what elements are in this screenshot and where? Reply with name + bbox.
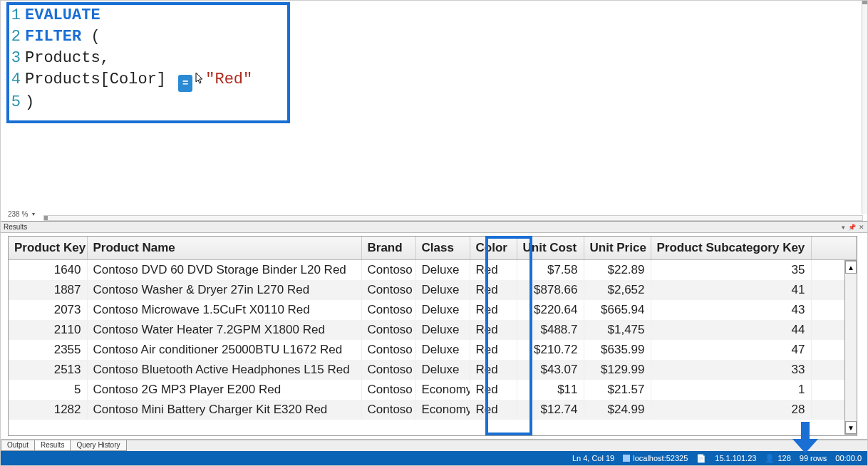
code-content[interactable]: Products[Color] "Red" (25, 69, 252, 92)
cell-name[interactable]: Contoso Bluetooth Active Headphones L15 … (87, 360, 361, 380)
cell-uprice[interactable]: $129.99 (584, 360, 651, 380)
cell-uprice[interactable]: $21.57 (584, 380, 651, 400)
code-line[interactable]: 2FILTER ( (1, 26, 867, 48)
col-header-subcat-key[interactable]: Product Subcategory Key (651, 237, 811, 260)
scroll-thumb[interactable] (44, 216, 48, 220)
dax-editor-pane[interactable]: 1EVALUATE2FILTER (3 Products,4 Products[… (1, 1, 867, 222)
cell-name[interactable]: Contoso DVD 60 DVD Storage Binder L20 Re… (87, 260, 361, 281)
cell-key[interactable]: 2513 (9, 360, 87, 380)
cell-subk[interactable]: 35 (651, 260, 811, 281)
cell-uprice[interactable]: $22.89 (584, 260, 651, 281)
code-line[interactable]: 3 Products, (1, 48, 867, 69)
col-header-unit-price[interactable]: Unit Price (584, 237, 651, 260)
cell-brand[interactable]: Contoso (361, 380, 415, 400)
col-header-class[interactable]: Class (415, 237, 470, 260)
scroll-thumb[interactable] (862, 1, 867, 4)
cell-key[interactable]: 2355 (9, 340, 87, 360)
dropdown-icon[interactable]: ▾ (842, 224, 845, 231)
code-content[interactable]: Products, (25, 48, 110, 69)
close-icon[interactable]: ✕ (859, 224, 864, 231)
col-header-color[interactable]: Color (470, 237, 517, 260)
cell-name[interactable]: Contoso Mini Battery Charger Kit E320 Re… (87, 400, 361, 420)
status-doc[interactable]: 📄 (696, 454, 706, 463)
cell-ucost[interactable]: $210.72 (517, 340, 584, 360)
cell-ucost[interactable]: $488.7 (517, 320, 584, 340)
cell-key[interactable]: 2073 (9, 300, 87, 320)
cell-brand[interactable]: Contoso (361, 400, 415, 420)
cell-subk[interactable]: 33 (651, 360, 811, 380)
table-row[interactable]: 1887Contoso Washer & Dryer 27in L270 Red… (9, 280, 857, 300)
results-grid[interactable]: Product Key Product Name Brand Class Col… (9, 237, 857, 420)
table-row[interactable]: 2073Contoso Microwave 1.5CuFt X0110 RedC… (9, 300, 857, 320)
results-panel-titlebar[interactable]: Results ▾ 📌 ✕ (1, 222, 867, 233)
table-row[interactable]: 1640Contoso DVD 60 DVD Storage Binder L2… (9, 260, 857, 281)
cell-brand[interactable]: Contoso (361, 260, 415, 281)
cell-ucost[interactable]: $11 (517, 380, 584, 400)
table-row[interactable]: 5Contoso 2G MP3 Player E200 RedContosoEc… (9, 380, 857, 400)
col-header-product-key[interactable]: Product Key (9, 237, 87, 260)
cell-uprice[interactable]: $635.99 (584, 340, 651, 360)
cell-key[interactable]: 1640 (9, 260, 87, 281)
cell-subk[interactable]: 47 (651, 340, 811, 360)
tab-results[interactable]: Results (34, 440, 71, 451)
scroll-down-button[interactable]: ▼ (845, 421, 857, 434)
code-line[interactable]: 5) (1, 92, 867, 113)
cell-brand[interactable]: Contoso (361, 360, 415, 380)
cell-color[interactable]: Red (470, 360, 517, 380)
code-line[interactable]: 4 Products[Color] "Red" (1, 69, 867, 92)
cell-subk[interactable]: 1 (651, 380, 811, 400)
status-server[interactable]: localhost:52325 (623, 454, 688, 462)
cell-brand[interactable]: Contoso (361, 300, 415, 320)
pin-icon[interactable]: 📌 (848, 224, 856, 231)
cell-ucost[interactable]: $878.66 (517, 280, 584, 300)
code-content[interactable]: ) (25, 92, 34, 113)
cell-brand[interactable]: Contoso (361, 280, 415, 300)
editor-zoom-indicator[interactable]: 238 % ▾ (8, 210, 35, 218)
cell-uprice[interactable]: $2,652 (584, 280, 651, 300)
cell-key[interactable]: 1887 (9, 280, 87, 300)
cell-name[interactable]: Contoso Air conditioner 25000BTU L1672 R… (87, 340, 361, 360)
cell-class[interactable]: Deluxe (415, 360, 470, 380)
cell-color[interactable]: Red (470, 300, 517, 320)
cell-brand[interactable]: Contoso (361, 320, 415, 340)
cell-name[interactable]: Contoso Water Heater 7.2GPM X1800 Red (87, 320, 361, 340)
cell-key[interactable]: 5 (9, 380, 87, 400)
code-line[interactable]: 1EVALUATE (1, 5, 867, 26)
cell-uprice[interactable]: $24.99 (584, 400, 651, 420)
cell-name[interactable]: Contoso Microwave 1.5CuFt X0110 Red (87, 300, 361, 320)
cell-class[interactable]: Deluxe (415, 260, 470, 281)
cell-ucost[interactable]: $7.58 (517, 260, 584, 281)
tab-output[interactable]: Output (1, 440, 35, 451)
table-row[interactable]: 2513Contoso Bluetooth Active Headphones … (9, 360, 857, 380)
cell-color[interactable]: Red (470, 260, 517, 281)
cell-brand[interactable]: Contoso (361, 340, 415, 360)
cell-ucost[interactable]: $43.07 (517, 360, 584, 380)
col-header-unit-cost[interactable]: Unit Cost (517, 237, 584, 260)
cell-class[interactable]: Deluxe (415, 340, 470, 360)
cell-class[interactable]: Deluxe (415, 320, 470, 340)
tab-query-history[interactable]: Query History (70, 440, 126, 451)
cell-subk[interactable]: 43 (651, 300, 811, 320)
table-row[interactable]: 2355Contoso Air conditioner 25000BTU L16… (9, 340, 857, 360)
editor-horizontal-scrollbar[interactable] (43, 215, 863, 221)
editor-vertical-scrollbar[interactable] (862, 1, 867, 214)
results-grid-container[interactable]: Product Key Product Name Brand Class Col… (8, 236, 857, 436)
cell-subk[interactable]: 41 (651, 280, 811, 300)
cell-class[interactable]: Deluxe (415, 300, 470, 320)
scroll-up-button[interactable]: ▲ (845, 261, 857, 274)
chevron-down-icon[interactable]: ▾ (32, 211, 35, 217)
cell-class[interactable]: Economy (415, 400, 470, 420)
cell-color[interactable]: Red (470, 280, 517, 300)
cell-key[interactable]: 1282 (9, 400, 87, 420)
cell-ucost[interactable]: $220.64 (517, 300, 584, 320)
cell-name[interactable]: Contoso 2G MP3 Player E200 Red (87, 380, 361, 400)
code-area[interactable]: 1EVALUATE2FILTER (3 Products,4 Products[… (1, 1, 867, 113)
cell-uprice[interactable]: $665.94 (584, 300, 651, 320)
code-content[interactable]: EVALUATE (25, 5, 100, 26)
cell-color[interactable]: Red (470, 340, 517, 360)
table-row[interactable]: 1282Contoso Mini Battery Charger Kit E32… (9, 400, 857, 420)
cell-color[interactable]: Red (470, 400, 517, 420)
col-header-brand[interactable]: Brand (361, 237, 415, 260)
table-row[interactable]: 2110Contoso Water Heater 7.2GPM X1800 Re… (9, 320, 857, 340)
cell-color[interactable]: Red (470, 380, 517, 400)
